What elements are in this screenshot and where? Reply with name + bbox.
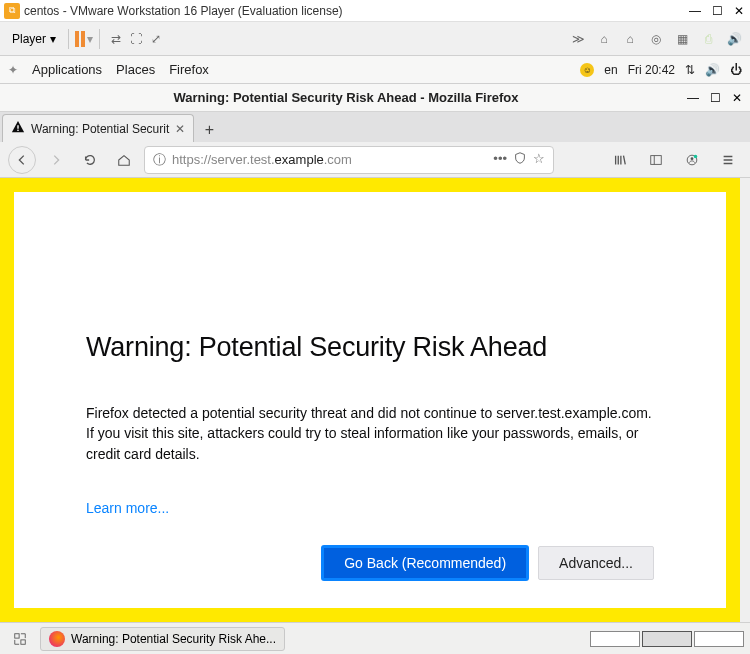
network-icon[interactable]: ◎ bbox=[646, 29, 666, 49]
applications-menu[interactable]: Applications bbox=[32, 62, 102, 77]
close-tab-icon[interactable]: ✕ bbox=[175, 122, 185, 136]
maximize-button[interactable]: ☐ bbox=[710, 4, 724, 18]
usb-icon[interactable]: ▦ bbox=[672, 29, 692, 49]
chevron-down-icon: ▾ bbox=[50, 32, 56, 46]
chevron-down-icon[interactable]: ▾ bbox=[87, 32, 93, 46]
send-cad-icon[interactable]: ⇄ bbox=[106, 29, 126, 49]
player-label: Player bbox=[12, 32, 46, 46]
minimize-button[interactable]: — bbox=[686, 91, 700, 105]
emoji-icon[interactable]: ☺ bbox=[580, 63, 594, 77]
reload-button[interactable] bbox=[76, 146, 104, 174]
url-text: https://server.test.example.com bbox=[172, 152, 487, 167]
player-menu[interactable]: Player ▾ bbox=[6, 30, 62, 48]
firefox-icon bbox=[49, 631, 65, 647]
account-icon[interactable] bbox=[678, 146, 706, 174]
tracking-icon[interactable] bbox=[513, 151, 527, 168]
workspace-switcher[interactable] bbox=[590, 631, 744, 647]
go-back-button[interactable]: Go Back (Recommended) bbox=[322, 546, 528, 580]
language-indicator[interactable]: en bbox=[604, 63, 617, 77]
svg-rect-8 bbox=[21, 639, 25, 643]
close-button[interactable]: ✕ bbox=[732, 4, 746, 18]
gnome-top-panel: ✦ Applications Places Firefox ☺ en Fri 2… bbox=[0, 56, 750, 84]
firefox-tab-bar: Warning: Potential Securit ✕ + bbox=[0, 112, 750, 142]
firefox-nav-bar: ⓘ https://server.test.example.com ••• ☆ bbox=[0, 142, 750, 178]
vmware-toolbar: Player ▾ ▾ ⇄ ⛶ ⤢ ≫ ⌂ ⌂ ◎ ▦ ⎙ 🔊 bbox=[0, 22, 750, 56]
taskbar-window[interactable]: Warning: Potential Security Risk Ahe... bbox=[40, 627, 285, 651]
warning-heading: Warning: Potential Security Risk Ahead bbox=[86, 332, 654, 363]
vmware-title-bar: ⧉ centos - VMware Workstation 16 Player … bbox=[0, 0, 750, 22]
advanced-button[interactable]: Advanced... bbox=[538, 546, 654, 580]
clock[interactable]: Fri 20:42 bbox=[628, 63, 675, 77]
browser-tab[interactable]: Warning: Potential Securit ✕ bbox=[2, 114, 194, 142]
back-button[interactable] bbox=[8, 146, 36, 174]
power-icon[interactable]: ⏻ bbox=[730, 63, 742, 77]
warning-icon bbox=[11, 120, 25, 137]
cd-icon[interactable]: ⌂ bbox=[620, 29, 640, 49]
page-actions-icon[interactable]: ••• bbox=[493, 151, 507, 168]
tab-title: Warning: Potential Securit bbox=[31, 122, 169, 136]
active-app[interactable]: Firefox bbox=[169, 62, 209, 77]
gnome-taskbar: Warning: Potential Security Risk Ahe... bbox=[0, 622, 750, 654]
forward-button bbox=[42, 146, 70, 174]
svg-rect-1 bbox=[17, 130, 18, 131]
disk-icon[interactable]: ⌂ bbox=[594, 29, 614, 49]
fullscreen-icon[interactable]: ⛶ bbox=[126, 29, 146, 49]
bookmark-icon[interactable]: ☆ bbox=[533, 151, 545, 168]
svg-point-6 bbox=[694, 154, 698, 158]
home-button[interactable] bbox=[110, 146, 138, 174]
maximize-button[interactable]: ☐ bbox=[708, 91, 722, 105]
svg-point-5 bbox=[691, 157, 694, 160]
vmware-icon: ⧉ bbox=[4, 3, 20, 19]
workspace-1[interactable] bbox=[590, 631, 640, 647]
network-status-icon[interactable]: ⇅ bbox=[685, 63, 695, 77]
svg-rect-7 bbox=[15, 633, 19, 637]
volume-icon[interactable]: 🔊 bbox=[705, 63, 720, 77]
devices-icon[interactable]: ≫ bbox=[568, 29, 588, 49]
svg-rect-0 bbox=[17, 125, 18, 129]
learn-more-link[interactable]: Learn more... bbox=[86, 500, 169, 516]
sidebar-icon[interactable] bbox=[642, 146, 670, 174]
page-content: Warning: Potential Security Risk Ahead F… bbox=[0, 178, 740, 622]
new-tab-button[interactable]: + bbox=[194, 118, 224, 142]
pause-button[interactable] bbox=[75, 31, 85, 47]
workspace-2[interactable] bbox=[642, 631, 692, 647]
site-info-icon[interactable]: ⓘ bbox=[153, 151, 166, 169]
svg-rect-2 bbox=[651, 155, 662, 164]
show-desktop-icon[interactable] bbox=[6, 625, 34, 653]
activities-icon[interactable]: ✦ bbox=[8, 63, 18, 77]
menu-button[interactable] bbox=[714, 146, 742, 174]
workspace-3[interactable] bbox=[694, 631, 744, 647]
places-menu[interactable]: Places bbox=[116, 62, 155, 77]
firefox-title-bar: Warning: Potential Security Risk Ahead -… bbox=[0, 84, 750, 112]
close-button[interactable]: ✕ bbox=[730, 91, 744, 105]
library-icon[interactable] bbox=[606, 146, 634, 174]
minimize-button[interactable]: — bbox=[688, 4, 702, 18]
firefox-window-title: Warning: Potential Security Risk Ahead -… bbox=[6, 90, 686, 105]
unity-icon[interactable]: ⤢ bbox=[146, 29, 166, 49]
vmware-title: centos - VMware Workstation 16 Player (E… bbox=[24, 4, 343, 18]
url-bar[interactable]: ⓘ https://server.test.example.com ••• ☆ bbox=[144, 146, 554, 174]
taskbar-window-label: Warning: Potential Security Risk Ahe... bbox=[71, 632, 276, 646]
sound-icon[interactable]: 🔊 bbox=[724, 29, 744, 49]
warning-body: Firefox detected a potential security th… bbox=[86, 403, 654, 464]
scrollbar[interactable] bbox=[740, 178, 750, 622]
printer-icon[interactable]: ⎙ bbox=[698, 29, 718, 49]
